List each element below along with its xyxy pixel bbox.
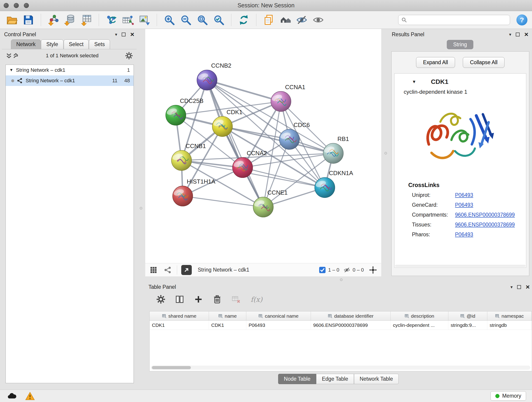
network-node[interactable]: CCNA2: [233, 150, 267, 178]
results-scrollbar[interactable]: [395, 265, 526, 267]
fit-content-button[interactable]: [368, 265, 378, 275]
splitter-grip[interactable]: [340, 279, 342, 281]
network-node[interactable]: CDC6: [279, 121, 310, 149]
close-window-button[interactable]: [4, 3, 9, 8]
warnings-button[interactable]: [24, 391, 36, 401]
detach-view-button[interactable]: [181, 265, 192, 275]
birdseye-view-button[interactable]: [163, 265, 173, 275]
save-session-button[interactable]: [21, 13, 36, 27]
panel-close-icon[interactable]: ×: [524, 32, 528, 37]
network-node[interactable]: CCNB1: [171, 143, 206, 171]
scrollbar-thumb[interactable]: [152, 366, 191, 369]
zoom-fit-button[interactable]: [195, 13, 210, 27]
panel-float-icon[interactable]: [516, 32, 520, 36]
add-column-button[interactable]: [193, 294, 204, 305]
network-edge[interactable]: [207, 80, 333, 153]
tab-sets[interactable]: Sets: [89, 39, 110, 49]
zoom-selected-button[interactable]: [211, 13, 226, 27]
network-node[interactable]: RB1: [323, 135, 349, 163]
column-header[interactable]: canonical name: [246, 312, 311, 320]
pharos-link[interactable]: P06493: [455, 231, 473, 238]
network-node[interactable]: CCNE1: [253, 189, 288, 217]
tab-node-table[interactable]: Node Table: [278, 374, 316, 384]
panel-menu-icon[interactable]: ▾: [509, 32, 511, 37]
column-header[interactable]: name: [209, 312, 246, 320]
splitter-grip[interactable]: [140, 207, 142, 210]
genecard-link[interactable]: P06493: [455, 202, 473, 208]
table-row[interactable]: CDK1 CDK1 P06493 9606.ENSP00000378699 cy…: [150, 321, 532, 330]
tab-network[interactable]: Network: [11, 39, 41, 49]
grid-view-button[interactable]: [148, 265, 158, 275]
column-header[interactable]: @id: [448, 312, 487, 320]
minimize-window-button[interactable]: [14, 3, 19, 8]
network-row[interactable]: String Network – cdk1 11 48: [6, 75, 133, 86]
help-button[interactable]: ?: [516, 14, 527, 26]
panel-float-icon[interactable]: [122, 32, 126, 36]
network-table-button[interactable]: [120, 13, 135, 27]
panel-close-icon[interactable]: ×: [130, 32, 134, 37]
network-canvas[interactable]: CCNB2CCNA1CDC25BCDK1CDC6RB1CCNB1CCNA2CDK…: [145, 29, 381, 263]
expand-all-icon[interactable]: [12, 52, 19, 59]
string-tab-badge[interactable]: String: [447, 40, 473, 49]
apply-layout-button[interactable]: [236, 13, 251, 27]
network-node[interactable]: HIST1H1A: [172, 178, 215, 206]
compartments-link[interactable]: 9606.ENSP00000378699: [455, 212, 515, 218]
show-selected-button[interactable]: [311, 13, 326, 27]
panel-menu-icon[interactable]: ▾: [510, 285, 513, 289]
import-network-database-button[interactable]: [63, 13, 77, 27]
entry-collapse-icon[interactable]: ▼: [412, 79, 416, 84]
column-header[interactable]: description: [391, 312, 448, 320]
node-label: CDC25B: [180, 97, 203, 104]
zoom-out-button[interactable]: [178, 13, 193, 27]
tab-select[interactable]: Select: [64, 39, 89, 49]
tab-style[interactable]: Style: [41, 39, 63, 49]
splitter-grip[interactable]: [385, 152, 387, 154]
edge-count: 48: [124, 78, 130, 84]
collapse-all-button[interactable]: Collapse All: [463, 57, 505, 68]
export-image-button[interactable]: [137, 13, 152, 27]
tab-network-table[interactable]: Network Table: [354, 374, 399, 384]
search-input[interactable]: [409, 17, 507, 23]
zoom-in-button[interactable]: [162, 13, 177, 27]
network-graph[interactable]: CCNB2CCNA1CDC25BCDK1CDC6RB1CCNB1CCNA2CDK…: [145, 29, 381, 263]
collapse-all-icon[interactable]: [6, 52, 12, 59]
column-edit-icon: [460, 314, 465, 318]
panel-menu-icon[interactable]: ▾: [115, 32, 117, 37]
maximize-window-button[interactable]: [24, 3, 29, 8]
import-table-button[interactable]: [79, 13, 94, 27]
network-node[interactable]: CDK1: [212, 109, 243, 137]
network-node[interactable]: CCNA1: [271, 84, 305, 112]
network-node[interactable]: CDKN1A: [315, 170, 353, 198]
memory-button[interactable]: Memory: [491, 391, 526, 401]
new-network-button[interactable]: [104, 13, 119, 27]
delete-table-button[interactable]: [230, 294, 241, 305]
panel-close-icon[interactable]: ×: [526, 284, 530, 290]
table-hscrollbar[interactable]: [151, 366, 530, 370]
hide-selected-button[interactable]: [294, 13, 309, 27]
tab-edge-table[interactable]: Edge Table: [316, 374, 354, 384]
column-header[interactable]: database identifier: [311, 312, 391, 320]
delete-column-button[interactable]: [212, 294, 223, 305]
copy-button[interactable]: [261, 13, 276, 27]
table-settings-button[interactable]: [155, 294, 166, 305]
gear-icon[interactable]: [125, 52, 133, 60]
checkbox-icon[interactable]: [319, 267, 326, 274]
import-network-file-button[interactable]: [46, 13, 61, 27]
table-panel: Table Panel ▾ × f(x) shared name name ca…: [145, 282, 532, 388]
cloud-button[interactable]: [6, 391, 17, 401]
show-columns-button[interactable]: [174, 294, 185, 305]
panel-float-icon[interactable]: [517, 285, 521, 289]
tissues-link[interactable]: 9606.ENSP00000378699: [455, 222, 515, 228]
network-collection-row[interactable]: ▼ String Network – cdk1 1: [6, 65, 133, 75]
uniprot-link[interactable]: P06493: [455, 192, 473, 198]
eye-slash-icon[interactable]: [343, 267, 350, 274]
column-header[interactable]: shared name: [150, 312, 209, 320]
column-header[interactable]: namespac: [487, 312, 532, 320]
tree-expand-icon[interactable]: ▼: [9, 68, 13, 72]
home-button[interactable]: [278, 13, 293, 27]
expand-all-button[interactable]: Expand All: [416, 57, 455, 68]
network-edge[interactable]: [207, 80, 263, 207]
open-session-button[interactable]: [5, 13, 19, 27]
function-builder-button[interactable]: f(x): [251, 295, 262, 303]
network-edge[interactable]: [183, 196, 263, 207]
